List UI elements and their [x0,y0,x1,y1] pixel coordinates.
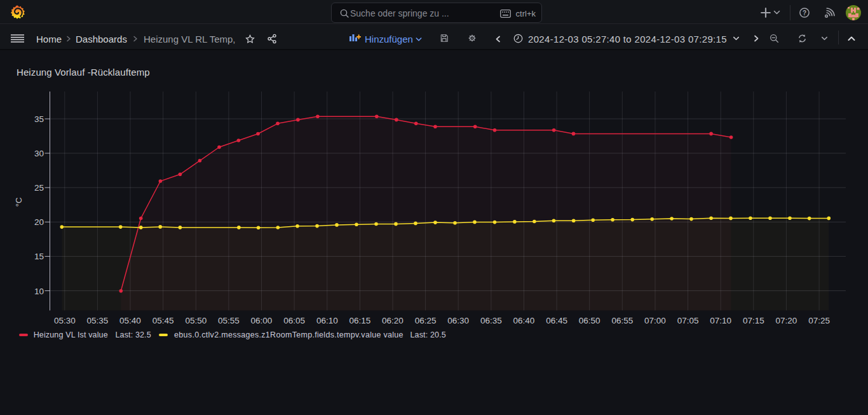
svg-text:06:55: 06:55 [611,316,633,325]
svg-text:06:40: 06:40 [513,316,535,325]
svg-text:05:30: 05:30 [54,316,76,325]
svg-text:06:35: 06:35 [480,316,502,325]
svg-text:05:35: 05:35 [87,316,109,325]
svg-text:30: 30 [34,149,44,158]
svg-text:?: ? [803,10,806,17]
svg-text:°C: °C [14,198,24,207]
svg-text:05:55: 05:55 [218,316,240,325]
svg-text:07:00: 07:00 [644,316,666,325]
svg-text:07:25: 07:25 [808,316,830,325]
svg-text:05:45: 05:45 [153,316,174,325]
svg-text:10: 10 [34,287,44,296]
svg-text:05:50: 05:50 [185,316,207,325]
svg-text:07:20: 07:20 [776,316,797,325]
svg-text:06:05: 06:05 [283,316,305,325]
svg-text:06:15: 06:15 [349,316,371,325]
svg-text:15: 15 [34,252,44,261]
svg-text:06:20: 06:20 [382,316,403,325]
svg-text:35: 35 [34,114,44,124]
svg-text:06:00: 06:00 [251,316,273,325]
svg-text:06:50: 06:50 [579,316,600,325]
svg-text:06:10: 06:10 [316,316,338,325]
svg-text:07:15: 07:15 [743,316,764,325]
svg-text:07:05: 07:05 [677,316,699,325]
svg-text:05:40: 05:40 [119,316,141,325]
svg-text:06:45: 06:45 [546,316,567,325]
svg-text:25: 25 [34,183,44,193]
svg-text:06:30: 06:30 [447,316,469,325]
svg-text:06:25: 06:25 [415,316,437,325]
svg-text:07:10: 07:10 [710,316,731,325]
svg-text:20: 20 [34,217,44,227]
